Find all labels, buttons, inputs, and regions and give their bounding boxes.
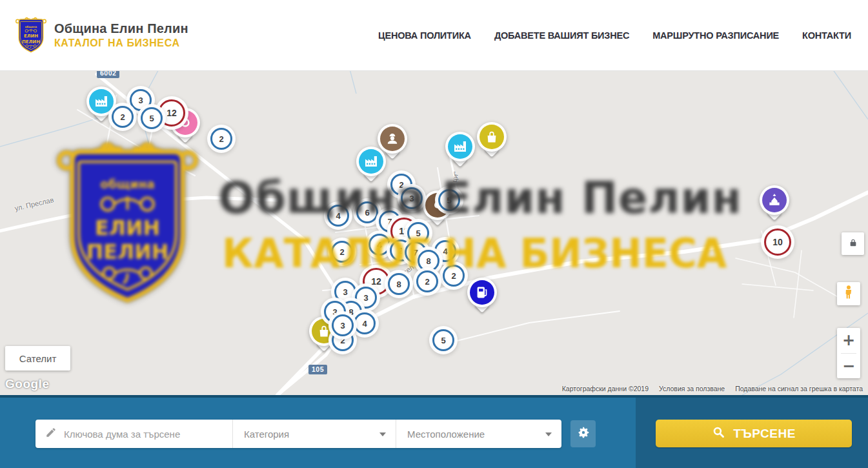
- pencil-icon: [45, 427, 57, 441]
- map-type-control: Карта Сателит: [5, 346, 70, 371]
- factory-icon: [89, 89, 114, 114]
- cluster-marker[interactable]: 12: [158, 99, 185, 127]
- chevron-down-icon: [545, 432, 552, 436]
- chevron-down-icon: [379, 432, 386, 436]
- lock-icon: [848, 238, 858, 250]
- google-logo: Google: [5, 377, 49, 391]
- search-bar: Категория Местоположение ТЪРСЕНЕ: [0, 395, 868, 468]
- street-view-pegman-button[interactable]: [837, 282, 860, 305]
- factory-pin[interactable]: [86, 86, 116, 116]
- cluster-marker[interactable]: 8: [418, 250, 439, 272]
- cluster-marker[interactable]: 3: [334, 281, 356, 303]
- cluster-marker[interactable]: 4: [368, 234, 390, 256]
- cluster-marker[interactable]: 2: [112, 106, 134, 128]
- search-button-label: ТЪРСЕНЕ: [733, 427, 796, 441]
- google-map[interactable]: 6002105ул. Преславбул. „Новоселци“312252…: [0, 71, 868, 395]
- cluster-marker[interactable]: 5: [407, 222, 429, 244]
- keyword-section: [35, 420, 232, 448]
- pegman-icon: [840, 284, 857, 303]
- fuel-pin[interactable]: [467, 278, 497, 307]
- cluster-marker[interactable]: 8: [388, 273, 410, 295]
- keyword-search-input[interactable]: [64, 429, 232, 440]
- cluster-marker[interactable]: 5: [438, 189, 460, 211]
- factory-icon: [448, 134, 472, 159]
- cluster-marker[interactable]: 3: [401, 187, 423, 209]
- brand: Община Елин Пелин КАТАЛОГ НА БИЗНЕСА: [54, 21, 188, 49]
- map-type-satellite-button[interactable]: Сателит: [5, 346, 70, 371]
- category-label: Категория: [244, 429, 289, 440]
- cluster-marker[interactable]: 5: [432, 329, 454, 351]
- map-markers: 6002105ул. Преславбул. „Новоселци“312252…: [0, 71, 868, 395]
- factory-icon: [359, 149, 383, 174]
- cluster-marker[interactable]: 2: [331, 241, 353, 263]
- fullscreen-lock-button[interactable]: [842, 232, 864, 255]
- cluster-marker[interactable]: 4: [327, 205, 349, 227]
- nav-add-business[interactable]: ДОБАВЕТЕ ВАШИЯТ БИЗНЕС: [494, 30, 629, 41]
- location-label: Местоположение: [407, 429, 485, 440]
- nav-route-schedule[interactable]: МАРШРУТНО РАЗПИСАНИЕ: [652, 30, 779, 41]
- search-button[interactable]: ТЪРСЕНЕ: [656, 420, 852, 447]
- zoom-control: + −: [837, 328, 860, 378]
- cluster-marker[interactable]: 3: [332, 314, 354, 336]
- factory-pin[interactable]: [445, 132, 475, 161]
- cluster-marker[interactable]: 2: [416, 270, 438, 292]
- cluster-marker[interactable]: 4: [354, 312, 376, 334]
- attribution-report-link[interactable]: Подаване на сигнал за грешка в картата: [735, 385, 863, 392]
- street-name-label: ул. Преслав: [14, 196, 54, 212]
- category-dropdown[interactable]: Категория: [233, 420, 396, 448]
- fuel-icon: [470, 280, 494, 305]
- site-subtitle: КАТАЛОГ НА БИЗНЕСА: [54, 37, 188, 49]
- attribution-data: Картографски данни ©2019: [562, 385, 649, 392]
- nav-pricing[interactable]: ЦЕНОВА ПОЛИТИКА: [378, 30, 471, 41]
- municipality-logo[interactable]: община ЕЛИН ПЕЛИН: [15, 15, 46, 56]
- attribution-terms-link[interactable]: Условия за ползване: [659, 385, 725, 392]
- page: община ЕЛИН ПЕЛИН Община Елин Пелин КАТА…: [0, 0, 868, 468]
- factory-pin[interactable]: [356, 147, 386, 176]
- svg-text:община: община: [25, 25, 37, 28]
- cluster-marker[interactable]: 2: [443, 265, 465, 287]
- bag-pin[interactable]: [477, 122, 507, 152]
- site-title: Община Елин Пелин: [54, 21, 188, 36]
- nav-contacts[interactable]: КОНТАКТИ: [802, 30, 851, 41]
- road-number-badge: 105: [308, 365, 327, 374]
- road-number-badge: 6002: [97, 71, 119, 78]
- street-name-label: ци“: [450, 171, 460, 183]
- search-icon: [712, 425, 725, 442]
- cluster-marker[interactable]: 5: [141, 107, 163, 129]
- svg-text:ПЕЛИН: ПЕЛИН: [22, 39, 40, 44]
- cluster-marker[interactable]: 6: [356, 201, 378, 223]
- svg-text:ЕЛИН: ЕЛИН: [24, 34, 38, 39]
- main-nav: ЦЕНОВА ПОЛИТИКА ДОБАВЕТЕ ВАШИЯТ БИЗНЕС М…: [378, 30, 851, 41]
- search-group: Категория Местоположение: [35, 420, 561, 448]
- header: община ЕЛИН ПЕЛИН Община Елин Пелин КАТА…: [0, 0, 868, 71]
- location-dropdown[interactable]: Местоположение: [396, 420, 561, 448]
- church-pin[interactable]: [760, 185, 789, 215]
- church-icon: [762, 188, 787, 212]
- advanced-search-button[interactable]: [570, 420, 596, 447]
- zoom-in-button[interactable]: +: [837, 328, 860, 353]
- cluster-marker[interactable]: 2: [210, 128, 232, 150]
- cluster-marker[interactable]: 10: [764, 229, 791, 256]
- gear-icon: [576, 425, 590, 442]
- bag-icon: [479, 125, 504, 149]
- zoom-out-button[interactable]: −: [837, 354, 860, 379]
- map-attribution: Картографски данни ©2019 Условия за полз…: [562, 385, 863, 392]
